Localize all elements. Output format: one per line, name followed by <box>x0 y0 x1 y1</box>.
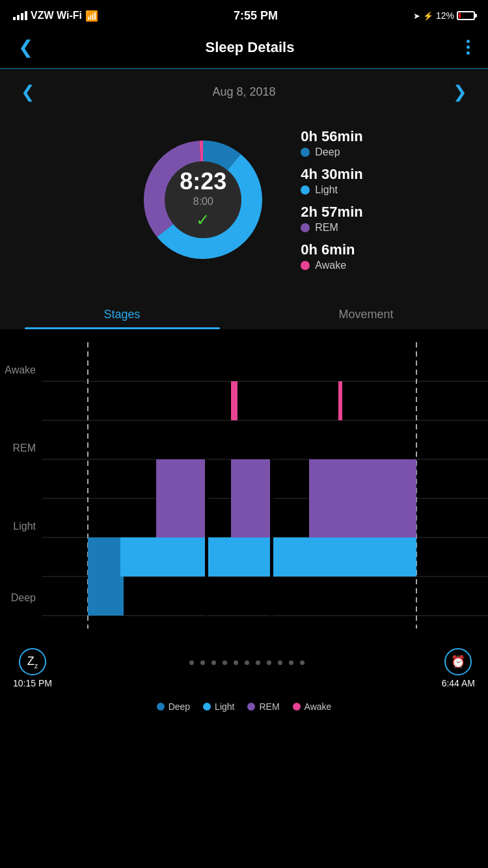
alarm-icon: ⏰ <box>451 655 465 669</box>
timeline: Zz 10:15 PM ⏰ 6:44 AM <box>0 642 488 695</box>
awake-bar-1 <box>231 381 237 420</box>
total-sleep-time: 8:23 <box>180 170 226 193</box>
awake-duration: 0h 6min <box>301 241 362 258</box>
awake-label: Awake <box>315 260 346 271</box>
donut-center: 8:23 8:00 ✓ <box>180 170 226 230</box>
sleep-summary: 8:23 8:00 ✓ 0h 56min Deep 4h 30min Light… <box>0 115 488 297</box>
tab-movement[interactable]: Movement <box>244 297 488 329</box>
signal-icon <box>13 11 27 20</box>
awake-dot <box>301 261 310 270</box>
legend-awake: 0h 6min Awake <box>301 241 362 271</box>
sleep-legend: 0h 56min Deep 4h 30min Light 2h 57min RE… <box>301 128 362 271</box>
tl-dot-10 <box>289 660 293 665</box>
tab-stages[interactable]: Stages <box>0 297 244 329</box>
light-section-2 <box>120 537 156 576</box>
bl-light-dot <box>203 703 211 711</box>
deep-duration: 0h 56min <box>301 128 362 145</box>
tl-dot-2 <box>200 660 205 665</box>
tl-dot-5 <box>234 660 238 665</box>
tl-dot-8 <box>267 660 271 665</box>
light-main-bar <box>120 537 416 576</box>
light-label-y: Light <box>13 521 36 532</box>
date-row: ❮ Aug 8, 2018 ❯ <box>0 69 488 115</box>
bottom-legend: Deep Light REM Awake <box>0 695 488 722</box>
divider-1 <box>205 459 208 616</box>
rem-duration: 2h 57min <box>301 204 362 221</box>
status-carrier: VZW Wi-Fi 📶 <box>13 10 98 22</box>
bl-deep-label: Deep <box>169 701 190 712</box>
sleep-end-item: ⏰ 6:44 AM <box>442 648 475 688</box>
dot1 <box>467 40 470 43</box>
more-button[interactable] <box>461 37 475 57</box>
tabs: Stages Movement <box>0 297 488 329</box>
tl-dot-11 <box>300 660 305 665</box>
bl-deep: Deep <box>157 701 190 712</box>
nav-bar: ❮ Sleep Details <box>0 29 488 69</box>
current-date: Aug 8, 2018 <box>212 85 275 99</box>
wifi-icon: 📶 <box>85 10 98 22</box>
deep-label: Deep <box>315 146 340 158</box>
bl-awake: Awake <box>293 701 332 712</box>
rem-dot <box>301 223 310 232</box>
rem-label: REM <box>315 222 338 234</box>
tl-dot-6 <box>245 660 249 665</box>
awake-label-y: Awake <box>5 364 36 375</box>
zzz-icon: Zz <box>27 655 38 670</box>
bl-awake-dot <box>293 703 301 711</box>
location-icon: ➤ <box>413 11 420 21</box>
donut-chart: 8:23 8:00 ✓ <box>125 122 281 278</box>
bl-light: Light <box>203 701 234 712</box>
awake-bar-2 <box>338 381 342 420</box>
sleep-end-icon: ⏰ <box>444 648 472 675</box>
bl-rem-dot <box>247 703 255 711</box>
light-label: Light <box>315 184 338 196</box>
light-dot <box>301 185 310 195</box>
sleep-start-icon: Zz <box>19 648 46 675</box>
deep-bar-3 <box>88 537 124 616</box>
battery-percent: 12% <box>436 10 454 21</box>
bl-rem-label: REM <box>259 701 279 712</box>
battery-icon <box>457 11 475 20</box>
rem-bar-3 <box>309 459 416 537</box>
rem-label-y: REM <box>12 442 36 454</box>
sleep-end-time: 6:44 AM <box>442 678 475 688</box>
deep-dot <box>301 148 310 157</box>
tl-dot-7 <box>256 660 260 665</box>
back-button[interactable]: ❮ <box>13 34 38 61</box>
bl-deep-dot <box>157 703 165 711</box>
legend-light: 4h 30min Light <box>301 166 362 196</box>
tl-dot-1 <box>189 660 194 665</box>
next-date-button[interactable]: ❯ <box>448 79 472 105</box>
sleep-start-item: Zz 10:15 PM <box>13 648 52 688</box>
bluetooth-icon: ⚡ <box>423 11 433 21</box>
tl-dot-4 <box>223 660 227 665</box>
tl-dot-9 <box>278 660 282 665</box>
status-right: ➤ ⚡ 12% <box>413 10 475 21</box>
rem-bar-1 <box>156 459 205 537</box>
rem-bar-2 <box>231 459 270 537</box>
light-duration: 4h 30min <box>301 166 362 183</box>
dot3 <box>467 51 470 55</box>
bl-awake-label: Awake <box>305 701 332 712</box>
stage-chart-svg: Awake REM Light Deep <box>0 329 488 642</box>
status-time: 7:55 PM <box>234 9 278 23</box>
bl-light-label: Light <box>215 701 234 712</box>
bl-rem: REM <box>247 701 279 712</box>
sleep-start-time: 10:15 PM <box>13 678 52 688</box>
divider-2 <box>270 459 273 616</box>
legend-deep: 0h 56min Deep <box>301 128 362 158</box>
chart-section: Awake REM Light Deep <box>0 329 488 642</box>
goal-check-icon: ✓ <box>180 210 226 230</box>
timeline-dots <box>52 660 442 677</box>
tl-dot-3 <box>211 660 216 665</box>
prev-date-button[interactable]: ❮ <box>16 79 40 105</box>
dot2 <box>467 46 470 49</box>
status-bar: VZW Wi-Fi 📶 7:55 PM ➤ ⚡ 12% <box>0 0 488 29</box>
deep-label-y: Deep <box>11 592 36 603</box>
legend-rem: 2h 57min REM <box>301 204 362 234</box>
page-title: Sleep Details <box>206 39 295 56</box>
sleep-goal: 8:00 <box>180 196 226 208</box>
